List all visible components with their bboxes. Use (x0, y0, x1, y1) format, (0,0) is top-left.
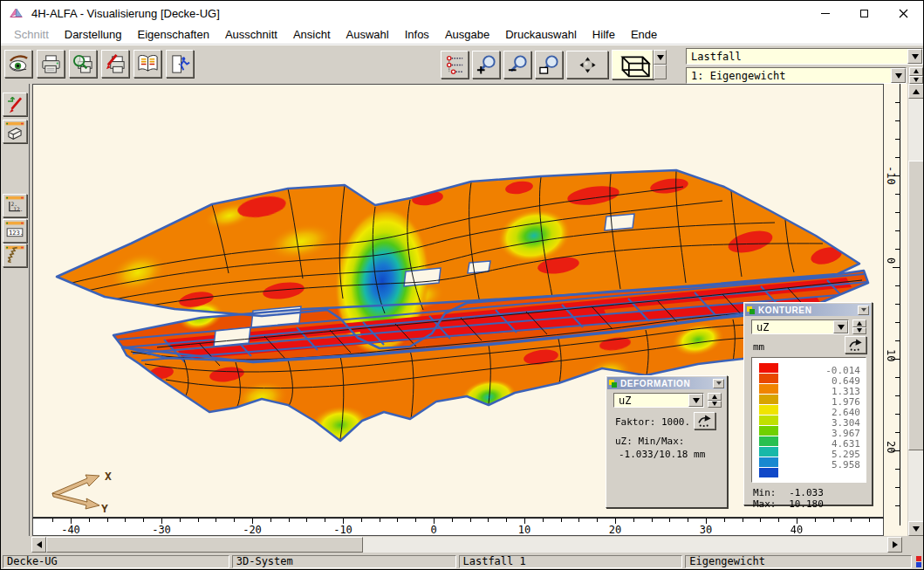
y-axis-label: Y (101, 502, 108, 515)
chevron-down-icon (716, 381, 722, 385)
ruler-tick (895, 102, 900, 103)
solid-view-button[interactable] (3, 120, 27, 143)
spring-icon (4, 245, 25, 265)
legend-swatch (759, 374, 778, 383)
scroll-down-button[interactable] (908, 521, 924, 536)
deformation-quantity-arrow[interactable] (688, 394, 703, 407)
zoom-window-button[interactable] (535, 51, 563, 79)
horizontal-scroll-thumb[interactable] (46, 537, 363, 553)
ruler-tick (895, 249, 900, 250)
exit-button[interactable] (166, 50, 194, 78)
pan-control[interactable] (566, 51, 608, 79)
axis-indicator: X Y (45, 467, 159, 518)
konturen-quantity-arrow[interactable] (833, 320, 848, 333)
redefine-button[interactable] (3, 93, 27, 116)
konturen-panel-menu-button[interactable] (858, 306, 869, 315)
konturen-down-button[interactable] (852, 327, 866, 335)
chevron-right-icon (893, 541, 898, 548)
menu-item-hilfe[interactable]: Hilfe (585, 26, 623, 43)
horizontal-scrollbar[interactable] (31, 537, 902, 553)
chevron-down-icon (712, 402, 717, 406)
loadcase-group-arrow-button[interactable] (907, 49, 922, 64)
chevron-down-icon (857, 328, 862, 333)
konturen-up-button[interactable] (852, 319, 866, 327)
view-cube-dropdown-button[interactable] (654, 50, 667, 65)
loadcase-value: 1: Eigengewicht (687, 70, 891, 82)
konturen-rotate-button[interactable] (845, 336, 866, 354)
ruler-label: 40 (791, 524, 803, 536)
zoom-out-button[interactable] (503, 51, 531, 79)
springs-button[interactable] (3, 244, 27, 267)
values-button[interactable]: 123. (3, 219, 27, 243)
canvas-3d-view[interactable]: X Y DEFORMATION uZ Faktor: 1000. (32, 84, 884, 518)
deformation-quantity-value: uZ (614, 395, 688, 407)
konturen-panel-titlebar[interactable]: KONTUREN (745, 304, 871, 316)
legend-max-value: 10.180 (789, 498, 824, 510)
konturen-panel[interactable]: KONTUREN uZ mm (743, 302, 873, 505)
visibility-button[interactable] (4, 50, 32, 78)
x-axis-label: X (105, 470, 112, 483)
loadcase-arrow-button[interactable] (891, 68, 906, 83)
menu-item-ende[interactable]: Ende (623, 26, 665, 43)
deformation-panel-titlebar[interactable]: DEFORMATION (607, 377, 726, 389)
legend-swatch (759, 457, 778, 467)
section-points-icon (444, 54, 466, 76)
vertical-scroll-thumb[interactable] (908, 161, 924, 450)
menu-item-auswahl[interactable]: Auswahl (339, 26, 397, 43)
zoom-in-button[interactable] (472, 51, 500, 79)
dimensions-button[interactable]: 2.12. (3, 194, 27, 217)
print-edit-button[interactable] (101, 50, 129, 78)
ruler-tick (578, 518, 579, 522)
chevron-up-icon (913, 89, 920, 94)
scroll-up-button[interactable] (908, 84, 924, 99)
deformation-panel-menu-button[interactable] (713, 379, 724, 388)
deformation-up-button[interactable] (708, 393, 722, 401)
menu-item-darstellung[interactable]: Darstellung (57, 26, 130, 43)
edit-redline-icon (4, 94, 25, 114)
ruler-tick (743, 518, 743, 522)
print-button[interactable] (37, 50, 65, 78)
loadcase-select[interactable]: 1: Eigengewicht (686, 67, 907, 84)
menu-item-ansicht[interactable]: Ansicht (285, 26, 339, 43)
konturen-quantity-value: uZ (752, 321, 833, 333)
ruler-label: 10 (518, 524, 530, 536)
close-button[interactable] (884, 1, 923, 25)
ruler-label: -10 (885, 166, 897, 185)
section-points-button[interactable] (441, 51, 469, 79)
deformation-rotate-button[interactable] (694, 412, 715, 429)
scroll-right-button[interactable] (887, 537, 902, 553)
chevron-down-icon (861, 308, 866, 312)
deformation-quantity-select[interactable]: uZ (613, 393, 704, 408)
deformation-down-button[interactable] (708, 401, 722, 409)
view-cube-spacer-button[interactable] (654, 65, 667, 79)
ruler-label: -10 (333, 524, 352, 536)
konturen-quantity-select[interactable]: uZ (751, 319, 849, 334)
menu-item-druckauswahl[interactable]: Druckauswahl (497, 26, 585, 43)
ruler-tick (895, 340, 900, 341)
loadcase-up-button[interactable] (909, 67, 923, 76)
deformation-panel[interactable]: DEFORMATION uZ Faktor: 1000. (606, 375, 728, 508)
ruler-tick (652, 518, 653, 522)
loadcase-group-select[interactable]: Lastfall (686, 48, 923, 65)
ruler-tick (895, 432, 900, 433)
chevron-down-icon (912, 54, 919, 59)
statusbar: Decke-UG3D-SystemLastfall 1Eigengewicht (1, 553, 924, 570)
maximize-button[interactable] (845, 1, 884, 25)
view-cube-icon (613, 49, 653, 80)
panel-icon (747, 306, 755, 314)
minimize-button[interactable] (805, 1, 845, 25)
vertical-scrollbar[interactable] (908, 84, 924, 536)
menu-item-ausgabe[interactable]: Ausgabe (437, 26, 497, 43)
menu-item-infos[interactable]: Infos (397, 26, 437, 43)
ruler-tick (107, 518, 108, 522)
loadcase-down-button[interactable] (909, 76, 923, 85)
menu-item-eigenschaften[interactable]: Eigenschaften (130, 26, 217, 43)
scroll-left-button[interactable] (31, 537, 46, 553)
print-preview-button[interactable] (69, 50, 97, 78)
report-book-button[interactable] (133, 50, 161, 78)
deformation-minmax-label: uZ: Min/Max: (615, 436, 684, 447)
ruler-tick (452, 518, 453, 522)
menu-item-ausschnitt[interactable]: Ausschnitt (217, 26, 285, 43)
ruler-label: -40 (61, 524, 80, 536)
view-cube-button[interactable] (612, 50, 654, 79)
